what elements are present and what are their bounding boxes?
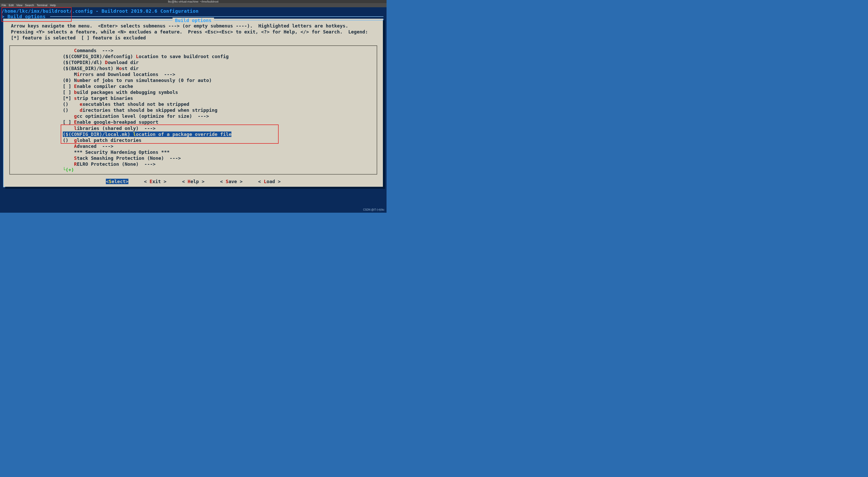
menu-item[interactable]: () executables that should not be stripp… — [11, 101, 376, 107]
app-menubar: File Edit View Search Terminal Help — [0, 3, 386, 7]
watermark: CSDN @IT小生lkc — [363, 208, 384, 212]
menu-file[interactable]: File — [2, 4, 6, 7]
main-box: Build options Arrow keys navigate the me… — [3, 19, 383, 187]
menu-help[interactable]: Help — [50, 4, 56, 7]
box-title: Build options — [173, 18, 214, 23]
menu-box: Commands --->($(CONFIG_DIR)/defconfig) L… — [9, 45, 377, 174]
menu-item[interactable]: Stack Smashing Protection (None) ---> — [11, 155, 376, 161]
menu-item[interactable]: Mirrors and Download locations ---> — [11, 71, 376, 77]
breadcrumb-prefix: > — [2, 14, 7, 19]
window-titlebar: lkc@lkc-virtual-machine: ~/imx/buildroot — [0, 0, 386, 3]
menu-item[interactable]: libraries (shared only) ---> — [11, 125, 376, 131]
breadcrumb: Build options — [7, 14, 45, 19]
menu-item[interactable]: () directories that should be skipped wh… — [11, 107, 376, 113]
button-bar: <Select>< Exit >< Help >< Save >< Load > — [4, 177, 383, 185]
help-text: Arrow keys navigate the menu. <Enter> se… — [4, 22, 383, 42]
menu-item[interactable]: gcc optimization level (optimize for siz… — [11, 113, 376, 119]
menu-item[interactable]: ($(BASE_DIR)/host) Host dir — [11, 65, 376, 71]
menu-edit[interactable]: Edit — [9, 4, 14, 7]
menu-item[interactable]: RELRO Protection (None) ---> — [11, 161, 376, 167]
exit-button[interactable]: < Exit > — [144, 179, 166, 184]
menu-item[interactable]: [*] strip target binaries — [11, 95, 376, 101]
menu-item[interactable]: [ ] Enable compiler cache — [11, 83, 376, 89]
menu-item[interactable]: ($(CONFIG_DIR)/defconfig) Location to sa… — [11, 54, 376, 59]
menu-item[interactable]: [ ] build packages with debugging symbol… — [11, 89, 376, 95]
menu-item[interactable]: () global patch directories — [11, 137, 376, 143]
select-button[interactable]: <Select> — [106, 179, 128, 184]
menu-item[interactable]: (0) Number of jobs to run simultaneously… — [11, 77, 376, 83]
config-path-line: /home/lkc/imx/buildroot/.config - Buildr… — [2, 8, 385, 14]
menu-item[interactable]: [ ] Enable google-breakpad support — [11, 119, 376, 125]
menu-search[interactable]: Search — [25, 4, 34, 7]
terminal-area: /home/lkc/imx/buildroot/.config - Buildr… — [0, 7, 386, 213]
breadcrumb-rule — [50, 17, 383, 17]
menu-view[interactable]: View — [17, 4, 23, 7]
menu-list[interactable]: Commands --->($(CONFIG_DIR)/defconfig) L… — [11, 47, 376, 167]
menu-item[interactable]: Commands ---> — [11, 47, 376, 54]
more-indicator: └(+) — [11, 167, 376, 172]
window-title: lkc@lkc-virtual-machine: ~/imx/buildroot — [168, 0, 218, 3]
load-button[interactable]: < Load > — [258, 179, 281, 184]
help-button[interactable]: < Help > — [182, 179, 205, 184]
menu-item[interactable]: ($(CONFIG_DIR)/local.mk) location of a p… — [63, 131, 231, 137]
menu-item[interactable]: Advanced ---> — [11, 143, 376, 149]
menu-item[interactable]: ($(TOPDIR)/dl) Download dir — [11, 59, 376, 65]
save-button[interactable]: < Save > — [220, 179, 243, 184]
menu-terminal[interactable]: Terminal — [37, 4, 48, 7]
menu-item[interactable]: *** Security Hardening Options *** — [11, 149, 376, 155]
